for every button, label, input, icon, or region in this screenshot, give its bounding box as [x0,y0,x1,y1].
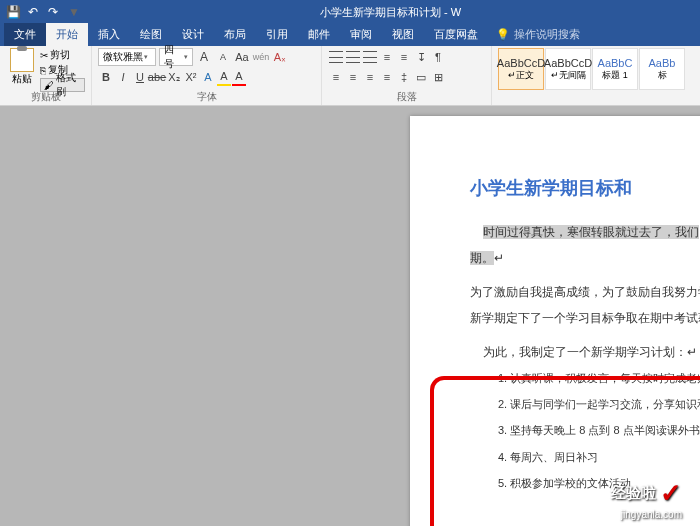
brush-icon: 🖌 [44,80,54,91]
quick-access-toolbar: 💾 ↶ ↷ ▼ [0,5,81,19]
style-preview: AaBbCcD [544,57,592,69]
tab-baidu[interactable]: 百度网盘 [424,23,488,46]
style-preview: AaBbCcD [497,57,545,69]
document-area[interactable]: 小学生新学期目标和 时间过得真快，寒假转眼就过去了，我们 期。↵ 为了激励自我提… [0,106,700,526]
clipboard-group-label: 剪贴板 [0,90,91,104]
watermark-text: 经验啦 [611,484,656,503]
group-font: 微软雅黑▾ 四号▾ A A Aa wén Aₓ B I U abe X₂ X² … [92,46,322,105]
sort-button[interactable]: ↧ [413,48,429,66]
font-name-value: 微软雅黑 [103,50,143,64]
group-styles: AaBbCcD ↵正文 AaBbCcD ↵无间隔 AaBbC 标题 1 AaBb… [492,46,700,105]
cut-label: 剪切 [50,48,70,62]
grow-font-button[interactable]: A [196,48,212,66]
scissors-icon: ✂ [40,50,48,61]
ribbon-tabs: 文件 开始 插入 绘图 设计 布局 引用 邮件 审阅 视图 百度网盘 💡 操作说… [0,24,700,46]
style-name: 标 [658,69,667,82]
title-bar: 💾 ↶ ↷ ▼ 小学生新学期目标和计划 - W [0,0,700,24]
page[interactable]: 小学生新学期目标和 时间过得真快，寒假转眼就过去了，我们 期。↵ 为了激励自我提… [410,116,700,526]
watermark: 经验啦 ✓ jingyanla.com [611,478,682,520]
subscript-button[interactable]: X₂ [166,68,182,86]
paste-button[interactable]: 粘贴 [6,48,38,92]
align-right-button[interactable]: ≡ [362,68,378,86]
font-size-value: 四号 [164,43,183,71]
checkmark-icon: ✓ [660,478,682,509]
cut-button[interactable]: ✂剪切 [40,48,85,62]
tab-insert[interactable]: 插入 [88,23,130,46]
tab-review[interactable]: 审阅 [340,23,382,46]
qat-dropdown-icon[interactable]: ▼ [67,5,81,19]
shrink-font-button[interactable]: A [215,48,231,66]
bold-button[interactable]: B [98,68,114,86]
style-name: ↵正文 [508,69,534,82]
tell-me-label: 操作说明搜索 [514,27,580,42]
paragraph: 新学期定下了一个学习目标争取在期中考试获得全校前三名 [470,306,700,330]
numbering-button[interactable] [345,48,361,66]
justify-button[interactable]: ≡ [379,68,395,86]
tab-layout[interactable]: 布局 [214,23,256,46]
align-center-button[interactable]: ≡ [345,68,361,86]
selected-text: 时间过得真快，寒假转眼就过去了，我们 [483,225,699,239]
tab-mailings[interactable]: 邮件 [298,23,340,46]
superscript-button[interactable]: X² [183,68,199,86]
font-name-select[interactable]: 微软雅黑▾ [98,48,156,66]
font-group-label: 字体 [92,90,321,104]
style-preview: AaBb [649,57,676,69]
paste-label: 粘贴 [12,72,32,86]
undo-icon[interactable]: ↶ [26,5,40,19]
list-item: 认真听课，积极发言，每天按时完成老师布置的课 [498,366,700,390]
highlight-button[interactable]: A [217,68,231,86]
increase-indent-button[interactable]: ≡ [396,48,412,66]
italic-button[interactable]: I [115,68,131,86]
decrease-indent-button[interactable]: ≡ [379,48,395,66]
align-left-button[interactable]: ≡ [328,68,344,86]
style-normal[interactable]: AaBbCcD ↵正文 [498,48,544,90]
group-clipboard: 粘贴 ✂剪切 ⎘复制 🖌格式刷 剪贴板 [0,46,92,105]
paste-icon [10,48,34,72]
tab-home[interactable]: 开始 [46,23,88,46]
bullets-button[interactable] [328,48,344,66]
style-name: 标题 1 [602,69,628,82]
font-color-button[interactable]: A [232,68,246,86]
paragraph: 为此，我制定了一个新学期学习计划：↵ [470,340,700,364]
selected-text: 期。 [470,251,494,265]
tab-references[interactable]: 引用 [256,23,298,46]
tab-file[interactable]: 文件 [4,23,46,46]
paragraph: 为了激励自我提高成绩，为了鼓励自我努力学习，为了不辜 [470,280,700,304]
document-title: 小学生新学期目标和计划 - W [81,5,700,20]
list-item: 每周六、周日补习 [498,445,700,469]
numbered-list: 认真听课，积极发言，每天按时完成老师布置的课 课后与同学们一起学习交流，分享知识… [470,366,700,495]
copy-icon: ⎘ [40,65,46,76]
bullets-icon [329,51,343,63]
numbering-icon [346,51,360,63]
lightbulb-icon: 💡 [496,28,510,41]
text-effect-button[interactable]: A [200,68,216,86]
list-item: 坚持每天晚上 8 点到 8 点半阅读课外书 25 分钟。 [498,418,700,442]
phonetic-button[interactable]: wén [253,48,269,66]
style-heading2[interactable]: AaBb 标 [639,48,685,90]
save-icon[interactable]: 💾 [6,5,20,19]
borders-button[interactable]: ⊞ [430,68,446,86]
underline-button[interactable]: U [132,68,148,86]
clear-format-button[interactable]: Aₓ [272,48,288,66]
style-heading1[interactable]: AaBbC 标题 1 [592,48,638,90]
multilevel-icon [363,51,377,63]
watermark-url: jingyanla.com [621,509,682,520]
style-preview: AaBbC [598,57,633,69]
style-nospacing[interactable]: AaBbCcD ↵无间隔 [545,48,591,90]
show-marks-button[interactable]: ¶ [430,48,446,66]
ribbon: 粘贴 ✂剪切 ⎘复制 🖌格式刷 剪贴板 微软雅黑▾ 四号▾ A A Aa wén… [0,46,700,106]
list-item: 课后与同学们一起学习交流，分享知识和学习心得 [498,392,700,416]
strikethrough-button[interactable]: abe [149,68,165,86]
tell-me-search[interactable]: 💡 操作说明搜索 [488,23,588,46]
change-case-button[interactable]: Aa [234,48,250,66]
shading-button[interactable]: ▭ [413,68,429,86]
tab-view[interactable]: 视图 [382,23,424,46]
line-spacing-button[interactable]: ‡ [396,68,412,86]
group-paragraph: ≡ ≡ ↧ ¶ ≡ ≡ ≡ ≡ ‡ ▭ ⊞ 段落 [322,46,492,105]
paragraph: 期。↵ [470,246,700,270]
paragraph: 时间过得真快，寒假转眼就过去了，我们 [470,220,700,244]
redo-icon[interactable]: ↷ [46,5,60,19]
multilevel-button[interactable] [362,48,378,66]
font-size-select[interactable]: 四号▾ [159,48,193,66]
style-name: ↵无间隔 [551,69,586,82]
